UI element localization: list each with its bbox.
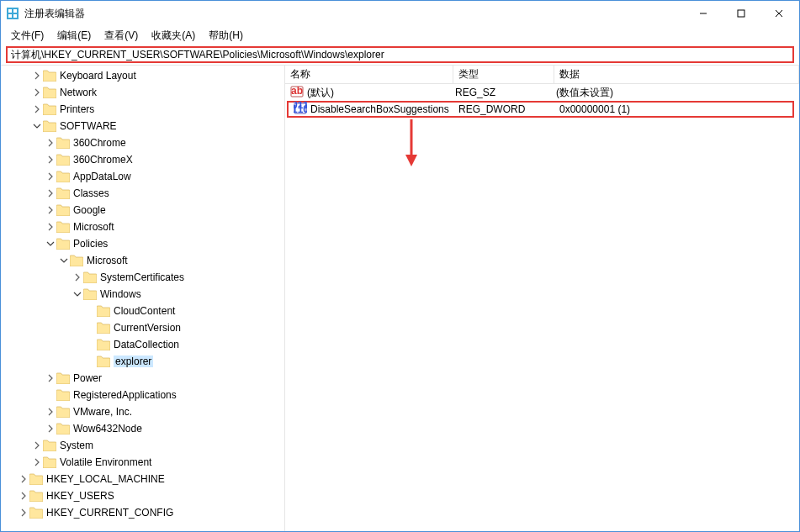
menu-edit[interactable]: 编辑(E) [50, 27, 98, 45]
expand-toggle[interactable] [18, 475, 29, 483]
expand-toggle[interactable] [31, 105, 43, 113]
value-row[interactable]: DisableSearchBoxSuggestions REG_DWORD 0x… [287, 101, 794, 118]
tree-pane[interactable]: Keyboard LayoutNetworkPrintersSOFTWARE36… [1, 66, 285, 531]
tree-item[interactable]: Microsoft [1, 219, 284, 235]
folder-icon [97, 321, 110, 334]
tree-item[interactable]: Power [1, 370, 284, 387]
list-body[interactable]: (默认) REG_SZ (数值未设置) DisableSearchBoxSugg… [285, 84, 799, 531]
folder-icon [43, 69, 56, 82]
tree-item[interactable]: SOFTWARE [1, 118, 284, 134]
tree-item[interactable]: Policies [1, 235, 284, 252]
col-header-type[interactable]: 类型 [453, 66, 554, 83]
tree-item[interactable]: Printers [1, 101, 284, 118]
expand-toggle[interactable] [45, 139, 56, 147]
tree-item-label: SystemCertificates [100, 271, 184, 283]
app-icon [6, 7, 19, 20]
expand-toggle[interactable] [31, 88, 43, 97]
tree-item-label: HKEY_LOCAL_MACHINE [46, 473, 165, 485]
menu-view[interactable]: 查看(V) [98, 27, 145, 45]
expand-toggle[interactable] [72, 290, 83, 298]
registry-editor-window: 注册表编辑器 文件(F) 编辑(E) 查看(V) 收藏夹(A) 帮助(H) 计算… [0, 0, 800, 532]
tree-item[interactable]: RegisteredApplications [1, 387, 284, 403]
col-header-name[interactable]: 名称 [285, 66, 453, 83]
tree-item[interactable]: CurrentVersion [1, 319, 284, 336]
expand-toggle[interactable] [18, 508, 29, 517]
tree-item-label: Printers [60, 103, 94, 115]
folder-icon [83, 271, 97, 284]
tree-item-label: explorer [114, 356, 153, 367]
tree-item[interactable]: Microsoft [1, 252, 284, 269]
expand-toggle[interactable] [58, 256, 70, 265]
tree-item[interactable]: Wow6432Node [1, 420, 284, 437]
value-data: (数值未设置) [554, 86, 799, 100]
folder-icon [56, 203, 70, 217]
expand-toggle[interactable] [45, 172, 56, 181]
minimize-button[interactable] [684, 1, 722, 26]
list-header: 名称 类型 数据 [285, 66, 799, 84]
tree-item[interactable]: VMware, Inc. [1, 403, 284, 420]
tree-item[interactable]: Network [1, 84, 284, 101]
tree-item-label: Keyboard Layout [60, 70, 136, 82]
folder-icon [56, 237, 70, 250]
tree-item[interactable]: CloudContent [1, 303, 284, 319]
close-button[interactable] [760, 1, 797, 26]
tree-item[interactable]: explorer [1, 353, 284, 370]
expand-toggle[interactable] [31, 441, 43, 450]
tree-item[interactable]: SystemCertificates [1, 269, 284, 286]
expand-toggle[interactable] [45, 223, 56, 231]
expand-toggle[interactable] [45, 374, 56, 382]
tree-item-label: 360ChromeX [73, 154, 133, 166]
address-path: 计算机\HKEY_CURRENT_USER\SOFTWARE\Policies\… [11, 48, 384, 62]
menu-file[interactable]: 文件(F) [4, 27, 50, 45]
expand-toggle[interactable] [45, 155, 56, 164]
value-data: 0x00000001 (1) [558, 103, 792, 115]
expand-toggle[interactable] [18, 492, 29, 500]
maximize-button[interactable] [722, 1, 760, 26]
tree-item-label: AppDataLow [73, 171, 131, 182]
tree-item[interactable]: DataCollection [1, 336, 284, 353]
menu-help[interactable]: 帮助(H) [202, 27, 250, 45]
menu-favorites[interactable]: 收藏夹(A) [145, 27, 202, 45]
expand-toggle[interactable] [72, 273, 83, 282]
folder-icon [56, 388, 70, 402]
titlebar[interactable]: 注册表编辑器 [1, 1, 799, 26]
col-header-data[interactable]: 数据 [554, 66, 799, 83]
window-title: 注册表编辑器 [24, 7, 684, 21]
value-name: DisableSearchBoxSuggestions [310, 103, 449, 115]
folder-icon [29, 489, 43, 503]
expand-toggle[interactable] [45, 189, 56, 198]
tree-item[interactable]: Windows [1, 286, 284, 303]
expand-toggle[interactable] [31, 122, 43, 130]
folder-icon [29, 472, 43, 486]
tree-item-label: Google [73, 204, 106, 216]
folder-icon [56, 170, 70, 183]
svg-rect-11 [738, 10, 744, 17]
tree-item[interactable]: 360Chrome [1, 134, 284, 151]
tree-item[interactable]: Keyboard Layout [1, 67, 284, 84]
tree-item[interactable]: System [1, 437, 284, 454]
expand-toggle[interactable] [45, 240, 56, 248]
folder-icon [43, 86, 56, 99]
tree-item[interactable]: Google [1, 202, 284, 219]
window-controls [684, 1, 797, 26]
expand-toggle[interactable] [31, 458, 43, 466]
tree-item-label: VMware, Inc. [73, 406, 132, 418]
tree-item[interactable]: AppDataLow [1, 168, 284, 185]
expand-toggle[interactable] [45, 206, 56, 214]
expand-toggle[interactable] [31, 71, 43, 80]
value-type: REG_SZ [453, 87, 554, 98]
tree-item[interactable]: Classes [1, 185, 284, 202]
folder-icon [97, 355, 110, 368]
address-bar[interactable]: 计算机\HKEY_CURRENT_USER\SOFTWARE\Policies\… [6, 46, 794, 63]
tree-item[interactable]: Volatile Environment [1, 454, 284, 471]
tree-item[interactable]: HKEY_LOCAL_MACHINE [1, 471, 284, 487]
expand-toggle[interactable] [45, 408, 56, 416]
tree-item[interactable]: 360ChromeX [1, 151, 284, 168]
expand-toggle[interactable] [45, 424, 56, 433]
tree-item-label: DataCollection [114, 339, 179, 350]
tree-item-label: Power [73, 372, 102, 384]
folder-icon [56, 153, 70, 166]
tree-item[interactable]: HKEY_USERS [1, 487, 284, 504]
value-row[interactable]: (默认) REG_SZ (数值未设置) [285, 84, 799, 101]
tree-item[interactable]: HKEY_CURRENT_CONFIG [1, 504, 284, 521]
